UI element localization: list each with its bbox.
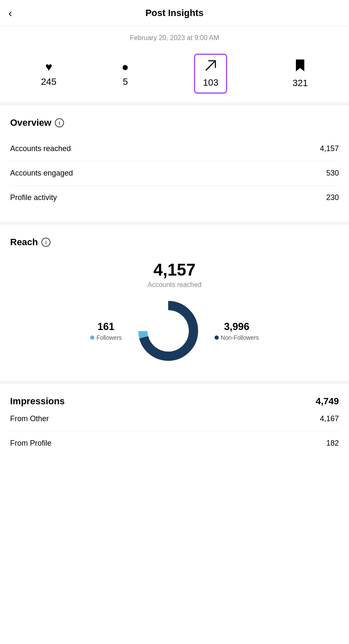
- followers-legend: 161 Followers: [90, 321, 122, 341]
- divider-2: [0, 222, 349, 225]
- reach-title: Reach i: [10, 237, 339, 248]
- accounts-engaged-label: Accounts engaged: [10, 169, 73, 178]
- reach-total: 4,157: [10, 260, 339, 279]
- impressions-rows: From Other 4,167 From Profile 182: [0, 407, 349, 467]
- from-profile-value: 182: [326, 439, 339, 448]
- accounts-reached-row[interactable]: Accounts reached 4,157: [10, 137, 339, 161]
- svg-point-0: [143, 306, 193, 356]
- impressions-header: Impressions 4,749: [0, 384, 349, 407]
- followers-label: Followers: [90, 334, 122, 341]
- followers-dot: [90, 336, 94, 340]
- accounts-engaged-value: 530: [326, 169, 339, 178]
- saves-stat[interactable]: 321: [293, 59, 308, 89]
- reach-subtitle: Accounts reached: [10, 281, 339, 289]
- from-profile-label: From Profile: [10, 439, 51, 448]
- overview-title: Overview i: [10, 117, 339, 128]
- from-other-row[interactable]: From Other 4,167: [10, 407, 339, 431]
- likes-value: 245: [41, 76, 56, 87]
- profile-activity-label: Profile activity: [10, 193, 57, 202]
- from-other-value: 4,167: [320, 414, 339, 423]
- likes-stat[interactable]: ♥ 245: [41, 60, 56, 87]
- stats-row: ♥ 245 ● 5 103 321: [0, 49, 349, 102]
- back-button[interactable]: ‹: [8, 7, 12, 20]
- followers-value: 161: [97, 321, 114, 333]
- non-followers-label: Non-Followers: [215, 334, 259, 341]
- heart-icon: ♥: [45, 60, 52, 74]
- reach-summary: 4,157 Accounts reached: [10, 256, 339, 289]
- donut-chart: [134, 297, 202, 365]
- comment-icon: ●: [122, 60, 129, 74]
- divider-1: [0, 102, 349, 106]
- divider-3: [0, 381, 349, 384]
- share-icon: [204, 59, 217, 75]
- reach-section: Reach i 4,157 Accounts reached 161 Follo…: [0, 225, 349, 381]
- comments-value: 5: [123, 76, 128, 87]
- comments-stat[interactable]: ● 5: [122, 60, 129, 87]
- accounts-reached-value: 4,157: [320, 144, 339, 153]
- non-followers-value: 3,996: [224, 321, 249, 333]
- post-date: February 20, 2023 at 9:00 AM: [0, 27, 349, 49]
- overview-section: Overview i Accounts reached 4,157 Accoun…: [0, 106, 349, 222]
- non-followers-legend: 3,996 Non-Followers: [215, 321, 259, 341]
- page-title: Post Insights: [145, 8, 204, 19]
- impressions-title: Impressions: [10, 396, 65, 407]
- shares-stat[interactable]: 103: [194, 54, 227, 94]
- accounts-reached-label: Accounts reached: [10, 144, 71, 153]
- profile-activity-value: 230: [326, 193, 339, 202]
- non-followers-dot: [215, 336, 219, 340]
- header: ‹ Post Insights: [0, 0, 349, 27]
- saves-value: 321: [293, 78, 308, 89]
- reach-info-icon[interactable]: i: [41, 238, 51, 247]
- profile-activity-row[interactable]: Profile activity 230: [10, 186, 339, 210]
- bookmark-icon: [295, 59, 306, 75]
- from-profile-row[interactable]: From Profile 182: [10, 431, 339, 455]
- donut-container: 161 Followers 3,996 Non-Followers: [10, 289, 339, 369]
- overview-info-icon[interactable]: i: [55, 118, 64, 127]
- accounts-engaged-row[interactable]: Accounts engaged 530: [10, 161, 339, 186]
- impressions-total: 4,749: [316, 396, 339, 407]
- shares-value: 103: [203, 77, 218, 88]
- from-other-label: From Other: [10, 414, 49, 423]
